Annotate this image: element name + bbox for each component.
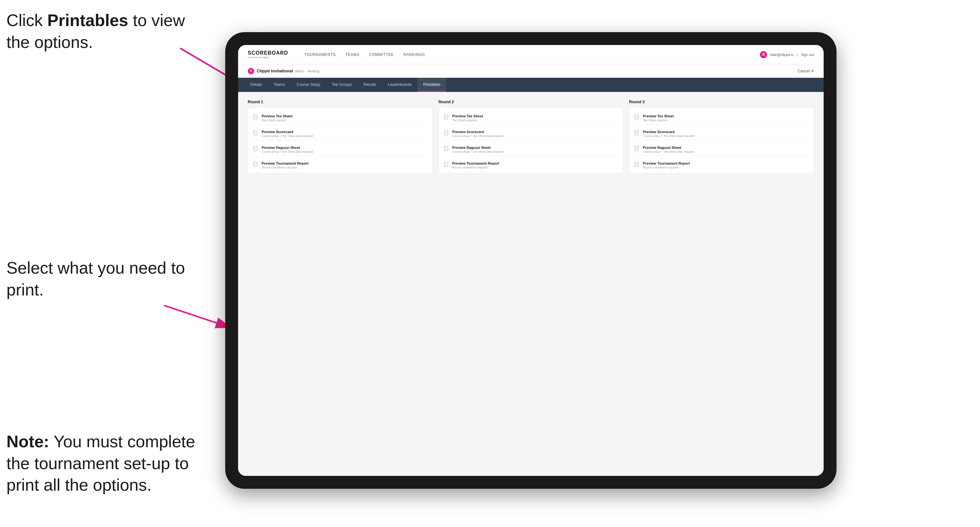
- round-2-report-req: Round Completion required: [452, 166, 500, 169]
- tab-details[interactable]: Details: [245, 78, 268, 92]
- cancel-button[interactable]: Cancel ✕: [797, 69, 814, 73]
- round-3-report-req: Round Completion required: [643, 166, 690, 169]
- tournament-name: Clippd Invitational: [257, 68, 293, 73]
- annotation-top-text1: Click: [6, 11, 47, 30]
- round-1-report-req: Round Completion required: [262, 166, 309, 169]
- tournament-tag: (Men): [295, 69, 304, 73]
- round-2-raguzzi-req: Course setup + Tee Sheet data required: [452, 150, 504, 153]
- document-icon-3: [253, 146, 258, 152]
- nav-tournaments[interactable]: TOURNAMENTS: [304, 52, 336, 57]
- round-1-tournament-report[interactable]: Preview Tournament Report Round Completi…: [253, 159, 428, 169]
- round-3-raguzzi[interactable]: Preview Raguzzi Sheet Course setup + Tee…: [634, 143, 809, 156]
- document-icon-4: [253, 162, 258, 168]
- doc-icon-r2-4: [443, 162, 449, 168]
- round-1-report-name: Preview Tournament Report: [262, 162, 309, 165]
- round-1-raguzzi-req: Course setup + Tee Sheet data required: [262, 150, 313, 153]
- tablet-screen: SCOREBOARD Powered by clippd TOURNAMENTS…: [238, 45, 824, 476]
- main-content: Round 1 Preview Tee Sheet Tee S: [238, 92, 824, 476]
- tab-tee-groups[interactable]: Tee Groups: [326, 78, 358, 92]
- round-1-title: Round 1: [248, 100, 433, 104]
- sub-nav: Details Teams Course Setup Tee Groups Re…: [238, 78, 824, 92]
- round-2-tournament-report[interactable]: Preview Tournament Report Round Completi…: [443, 159, 619, 169]
- user-email: blair@clippd.io: [770, 53, 793, 57]
- round-1-scorecard-text: Preview Scorecard Course setup + Tee She…: [262, 130, 313, 138]
- tablet-device: SCOREBOARD Powered by clippd TOURNAMENTS…: [225, 32, 837, 489]
- round-3-scorecard-req: Course setup + Tee Sheet data required: [643, 134, 694, 138]
- round-1-tee-sheet-text: Preview Tee Sheet Tee Sheet required: [262, 114, 293, 122]
- arrow-middle-svg: [87, 289, 248, 347]
- round-1-tee-sheet-name: Preview Tee Sheet: [262, 114, 293, 118]
- top-nav-links: TOURNAMENTS TEAMS COMMITTEE RANKINGS: [304, 52, 425, 57]
- round-3-raguzzi-req: Course setup + Tee Sheet data required: [643, 150, 694, 153]
- round-1-scorecard[interactable]: Preview Scorecard Course setup + Tee She…: [253, 127, 428, 141]
- round-1-card: Preview Tee Sheet Tee Sheet required: [248, 107, 433, 173]
- round-1-scorecard-name: Preview Scorecard: [262, 130, 313, 134]
- round-2-report-name: Preview Tournament Report: [452, 162, 500, 165]
- tab-printables[interactable]: Printables: [418, 78, 446, 92]
- annotation-bottom: Note: You must complete the tournament s…: [6, 431, 206, 496]
- doc-icon-r3-3: [634, 146, 640, 152]
- annotation-top-bold: Printables: [47, 11, 128, 30]
- round-1-report-text: Preview Tournament Report Round Completi…: [262, 162, 309, 169]
- round-3-column: Round 3 Preview Tee Sheet Tee S: [629, 100, 814, 173]
- round-2-title: Round 2: [439, 100, 624, 104]
- round-2-column: Round 2 Preview Tee Sheet Tee S: [439, 100, 624, 173]
- round-1-raguzzi-name: Preview Raguzzi Sheet: [262, 146, 313, 149]
- round-1-tee-sheet[interactable]: Preview Tee Sheet Tee Sheet required: [253, 111, 428, 125]
- scoreboard-logo: SCOREBOARD Powered by clippd: [248, 50, 288, 59]
- nav-committee[interactable]: COMMITTEE: [369, 52, 394, 57]
- round-1-column: Round 1 Preview Tee Sheet Tee S: [248, 100, 433, 173]
- tournament-header: C Clippd Invitational (Men) Hosting Canc…: [238, 64, 824, 78]
- doc-icon-r2-1: [443, 114, 449, 120]
- round-2-raguzzi[interactable]: Preview Raguzzi Sheet Course setup + Tee…: [443, 143, 619, 156]
- doc-icon-r3-4: [634, 162, 640, 168]
- annotation-bottom-bold: Note:: [6, 432, 49, 451]
- round-2-raguzzi-name: Preview Raguzzi Sheet: [452, 146, 504, 149]
- svg-line-3: [164, 305, 232, 328]
- separator: |: [797, 53, 798, 57]
- round-1-raguzzi[interactable]: Preview Raguzzi Sheet Course setup + Tee…: [253, 143, 428, 156]
- rounds-grid: Round 1 Preview Tee Sheet Tee S: [248, 100, 814, 173]
- top-nav-right: B blair@clippd.io | Sign out: [760, 51, 814, 58]
- round-2-tee-sheet-name: Preview Tee Sheet: [452, 114, 483, 118]
- doc-icon-r2-2: [443, 130, 449, 136]
- round-1-raguzzi-text: Preview Raguzzi Sheet Course setup + Tee…: [262, 146, 313, 153]
- doc-icon-r2-3: [443, 146, 449, 152]
- sign-out-link[interactable]: Sign out: [801, 53, 814, 57]
- round-3-tournament-report[interactable]: Preview Tournament Report Round Completi…: [634, 159, 809, 169]
- nav-rankings[interactable]: RANKINGS: [404, 52, 425, 57]
- tab-results[interactable]: Results: [358, 78, 382, 92]
- top-nav: SCOREBOARD Powered by clippd TOURNAMENTS…: [238, 45, 824, 64]
- round-3-scorecard-name: Preview Scorecard: [643, 130, 694, 134]
- round-2-tee-sheet[interactable]: Preview Tee Sheet Tee Sheet required: [443, 111, 619, 125]
- round-3-raguzzi-name: Preview Raguzzi Sheet: [643, 146, 694, 149]
- round-3-scorecard[interactable]: Preview Scorecard Course setup + Tee She…: [634, 127, 809, 141]
- round-3-report-name: Preview Tournament Report: [643, 162, 690, 165]
- round-1-tee-sheet-req: Tee Sheet required: [262, 119, 293, 122]
- round-2-scorecard[interactable]: Preview Scorecard Course setup + Tee She…: [443, 127, 619, 141]
- round-2-tee-sheet-req: Tee Sheet required: [452, 119, 483, 122]
- round-1-scorecard-req: Course setup + Tee Sheet data required: [262, 134, 313, 138]
- tournament-logo: C: [248, 68, 254, 74]
- tab-course-setup[interactable]: Course Setup: [291, 78, 326, 92]
- doc-icon-r3-2: [634, 130, 640, 136]
- round-2-scorecard-name: Preview Scorecard: [452, 130, 504, 134]
- user-avatar: B: [760, 51, 767, 58]
- round-2-scorecard-req: Course setup + Tee Sheet data required: [452, 134, 504, 138]
- doc-icon-r3-1: [634, 114, 640, 120]
- round-3-tee-sheet[interactable]: Preview Tee Sheet Tee Sheet required: [634, 111, 809, 125]
- document-icon-2: [253, 130, 258, 136]
- scoreboard-subtitle: Powered by clippd: [248, 56, 288, 59]
- round-3-card: Preview Tee Sheet Tee Sheet required: [629, 107, 814, 173]
- round-2-card: Preview Tee Sheet Tee Sheet required: [439, 107, 624, 173]
- scoreboard-title: SCOREBOARD: [248, 50, 288, 56]
- document-icon: [253, 114, 258, 120]
- round-3-tee-sheet-name: Preview Tee Sheet: [643, 114, 674, 118]
- round-3-tee-sheet-req: Tee Sheet required: [643, 119, 674, 122]
- nav-teams[interactable]: TEAMS: [345, 52, 360, 57]
- hosting-badge: Hosting: [307, 69, 319, 73]
- tab-leaderboards[interactable]: Leaderboards: [382, 78, 417, 92]
- tab-teams[interactable]: Teams: [268, 78, 291, 92]
- round-3-title: Round 3: [629, 100, 814, 104]
